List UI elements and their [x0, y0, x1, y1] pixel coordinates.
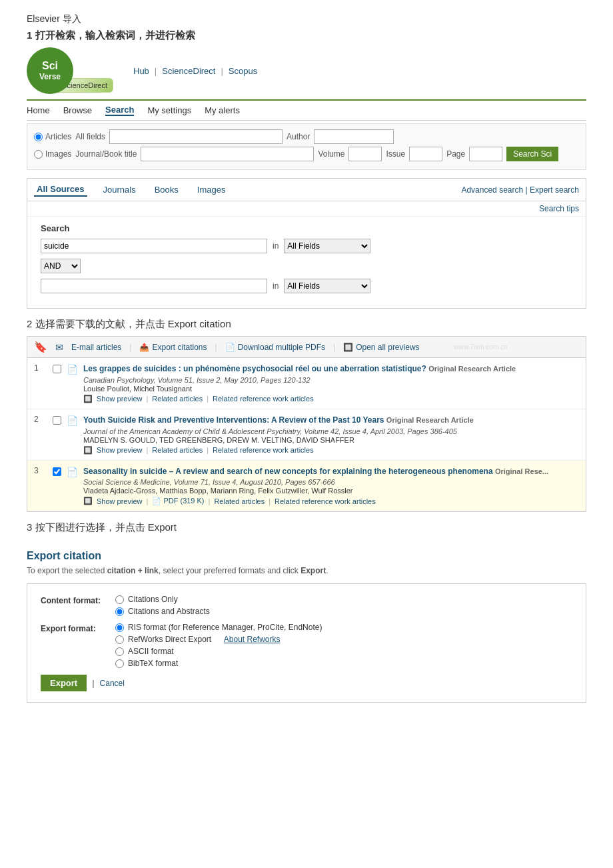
show-preview-1[interactable]: Show preview — [97, 395, 142, 403]
result-actions-2: 🔲 Show preview | Related articles | Rela… — [83, 446, 579, 455]
nav-my-settings[interactable]: My settings — [147, 105, 191, 115]
citations-abstracts-radio[interactable] — [115, 607, 124, 616]
hub-link[interactable]: Hub — [133, 66, 149, 76]
in-label2: in — [273, 281, 279, 291]
show-preview-3[interactable]: Show preview — [97, 497, 142, 505]
show-preview-2[interactable]: Show preview — [97, 446, 142, 454]
pdf-link-3[interactable]: 📄 PDF (319 K) — [152, 497, 204, 505]
preview-icon-2: 🔲 — [83, 446, 93, 455]
result-title-1[interactable]: Les grappes de suicides : un phénomène p… — [83, 363, 579, 375]
search-sci-button[interactable]: Search Sci — [506, 147, 558, 161]
volume-input[interactable] — [348, 147, 382, 161]
ascii-option[interactable]: ASCII format — [115, 647, 322, 656]
export-title: Export citation — [27, 550, 586, 562]
images-radio[interactable] — [34, 150, 43, 159]
issue-input[interactable] — [409, 147, 442, 161]
sciencedirect-link[interactable]: ScienceDirect — [162, 66, 215, 76]
articles-radio-label[interactable]: Articles — [34, 132, 71, 141]
advanced-search-link[interactable]: Advanced search — [461, 185, 523, 195]
pdf-icon: 📄 — [225, 343, 235, 352]
related-articles-2[interactable]: Related articles — [152, 446, 203, 454]
tab-images[interactable]: Images — [195, 183, 229, 196]
results-toolbar: 🔖 ✉ E-mail articles | 📤 Export citations… — [27, 336, 586, 357]
refworks-radio[interactable] — [115, 635, 124, 644]
export-box: Content format: Citations Only Citations… — [27, 583, 586, 703]
export-citations-btn[interactable]: 📤 Export citations — [139, 343, 207, 352]
expert-search-link[interactable]: Expert search — [530, 185, 579, 195]
tab-journals[interactable]: Journals — [101, 183, 139, 196]
result-authors-2: MADELYN S. GOULD, TED GREENBERG, DREW M.… — [83, 436, 579, 444]
related-refs-2[interactable]: Related reference work articles — [213, 446, 314, 454]
volume-label: Volume — [318, 149, 344, 159]
author-input[interactable] — [314, 129, 394, 144]
bookmark-icon: 🔖 — [34, 341, 47, 353]
field-select2[interactable]: All Fields — [284, 279, 370, 293]
nav-browse[interactable]: Browse — [63, 105, 92, 115]
related-articles-3[interactable]: Related articles — [214, 497, 265, 505]
result-checkbox-2[interactable] — [53, 416, 61, 425]
related-refs-1[interactable]: Related reference work articles — [213, 395, 314, 403]
citations-only-radio[interactable] — [115, 595, 124, 604]
result-title-2[interactable]: Youth Suicide Risk and Preventive Interv… — [83, 415, 579, 426]
search-form-area: Articles All fields Author Images Journa… — [27, 123, 586, 170]
sciverse-logo[interactable]: Sci Verse — [27, 47, 73, 94]
result-num-1: 1 — [34, 363, 47, 373]
result-badge-1: Original Research Article — [428, 365, 516, 373]
nav-home[interactable]: Home — [27, 105, 50, 115]
download-pdfs-btn[interactable]: 📄 Download multiple PDFs — [225, 343, 325, 352]
bibtex-option[interactable]: BibTeX format — [115, 659, 322, 668]
result-title-3[interactable]: Seasonality in suicide – A review and se… — [83, 466, 579, 477]
search-box-label: Search — [41, 223, 572, 233]
hub-links: Hub | ScienceDirect | Scopus — [133, 66, 257, 76]
field-select1[interactable]: All Fields — [284, 239, 370, 253]
ris-format-option[interactable]: RIS format (for Reference Manager, ProCi… — [115, 623, 322, 632]
related-articles-1[interactable]: Related articles — [152, 395, 203, 403]
scopus-link[interactable]: Scopus — [229, 66, 257, 76]
page-input[interactable] — [469, 147, 502, 161]
export-buttons: Export | Cancel — [41, 675, 572, 691]
doc-icon-1: 📄 — [67, 364, 78, 375]
search-field-row1: in All Fields — [41, 239, 572, 253]
cancel-link[interactable]: Cancel — [100, 679, 125, 688]
tab-all-sources[interactable]: All Sources — [34, 183, 87, 197]
separator2: | — [221, 66, 223, 76]
table-row: 3 📄 Seasonality in suicide – A review an… — [27, 461, 586, 512]
citations-only-option[interactable]: Citations Only — [115, 595, 210, 604]
logo-container: Sci Verse ScienceDirect — [27, 47, 113, 94]
citations-abstracts-option[interactable]: Citations and Abstracts — [115, 607, 210, 616]
refworks-option[interactable]: RefWorks Direct Export About Refworks — [115, 635, 322, 644]
result-checkbox-3[interactable] — [53, 467, 61, 476]
export-button[interactable]: Export — [41, 675, 87, 691]
about-refworks-link[interactable]: About Refworks — [224, 635, 281, 644]
search-field-input2[interactable] — [41, 279, 267, 293]
doc-icon-3: 📄 — [67, 467, 78, 477]
export-section: Export citation To export the selected c… — [27, 550, 586, 703]
export-format-options: RIS format (for Reference Manager, ProCi… — [115, 623, 322, 668]
journal-book-input[interactable] — [141, 147, 314, 161]
search-tips-link[interactable]: Search tips — [27, 201, 586, 217]
nav-my-alerts[interactable]: My alerts — [205, 105, 240, 115]
result-content-2: Youth Suicide Risk and Preventive Interv… — [83, 415, 579, 455]
tab-books[interactable]: Books — [152, 183, 181, 196]
and-select[interactable]: AND OR NOT — [41, 259, 81, 273]
all-fields-input[interactable] — [109, 129, 283, 144]
result-badge-3: Original Rese... — [495, 467, 548, 475]
step3-label: 3 按下图进行选择，并点击 Export — [27, 521, 586, 534]
search-field-input1[interactable] — [41, 239, 267, 253]
result-checkbox-1[interactable] — [53, 365, 61, 373]
open-previews-btn[interactable]: 🔲 Open all previews — [343, 343, 419, 352]
pdf-icon-3: 📄 — [152, 497, 161, 505]
email-articles-btn[interactable]: E-mail articles — [71, 343, 121, 352]
bibtex-radio[interactable] — [115, 659, 124, 668]
articles-radio[interactable] — [34, 133, 43, 141]
search-box-area: Search in All Fields AND OR NOT in A — [27, 217, 586, 308]
ascii-radio[interactable] — [115, 647, 124, 656]
images-radio-label[interactable]: Images — [34, 149, 71, 159]
ris-format-radio[interactable] — [115, 623, 124, 632]
nav-search[interactable]: Search — [105, 105, 134, 116]
result-meta-1: Canadian Psychology, Volume 51, Issue 2,… — [83, 376, 579, 384]
email-icon: ✉ — [55, 342, 63, 353]
related-refs-3[interactable]: Related reference work articles — [275, 497, 376, 505]
page-label: Page — [446, 149, 465, 159]
in-label1: in — [273, 241, 279, 251]
